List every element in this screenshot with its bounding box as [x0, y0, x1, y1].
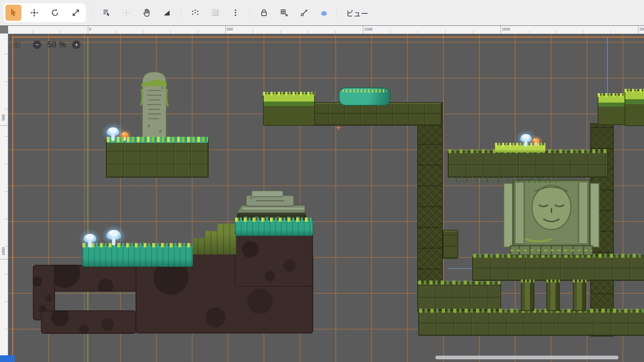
ruler-tick-h: 1000: [363, 26, 372, 34]
slope-icon: [162, 8, 171, 17]
rotate-tool-button[interactable]: [47, 5, 63, 21]
shape-icon: [320, 8, 329, 17]
ruler-horizontal[interactable]: 0500100015002000: [8, 26, 644, 34]
rotate-icon: [51, 8, 59, 17]
platform-monolith[interactable]: [106, 139, 209, 178]
pillar-2[interactable]: [546, 281, 560, 311]
origin-marker[interactable]: [336, 125, 341, 130]
select-tool-button[interactable]: [5, 5, 21, 21]
statue-bar[interactable]: [472, 255, 644, 281]
more-options-tool-button[interactable]: [227, 5, 244, 21]
right-corner-block[interactable]: [625, 90, 644, 126]
kebab-menu-icon: [231, 8, 240, 17]
teal-bush[interactable]: [339, 87, 390, 106]
pillar-3[interactable]: [573, 281, 586, 311]
ruler-vertical[interactable]: 5001000: [0, 34, 8, 362]
align-tool-button[interactable]: [98, 5, 114, 21]
toolbar-separator: [336, 6, 337, 20]
dirt-left-foot[interactable]: [41, 310, 136, 334]
snap-point-icon: [122, 8, 131, 17]
canvas[interactable]: − 50 % +: [8, 34, 644, 362]
hand-tool-button[interactable]: [139, 5, 155, 21]
pillar-1[interactable]: [521, 281, 534, 311]
ruler-tick-h: 500: [225, 26, 233, 34]
connect-icon: [300, 8, 309, 17]
snap-dots-icon: [191, 8, 200, 17]
grid-tool-button[interactable]: [207, 5, 223, 21]
grid-move-icon: [280, 8, 288, 17]
toolbar-tools: [90, 5, 332, 21]
slope-tool-button[interactable]: [159, 5, 175, 21]
horizontal-scrollbar-thumb[interactable]: [435, 356, 619, 359]
move-icon: [30, 8, 39, 17]
grid-icon: [211, 8, 220, 17]
platform-tank-grass[interactable]: [235, 220, 313, 236]
mushroom-orange-c[interactable]: [532, 138, 540, 146]
zoom-level: 50 %: [47, 40, 66, 49]
right-top-block[interactable]: [598, 95, 625, 125]
zoom-in-button[interactable]: +: [72, 41, 80, 49]
zoom-controls: − 50 % +: [33, 40, 80, 49]
corner-accent: [0, 355, 15, 362]
toolbar-separator: [92, 6, 92, 20]
ruler-tick-v: 1000: [0, 244, 8, 259]
scale-icon: [71, 8, 80, 17]
statue[interactable]: [503, 179, 600, 255]
ruler-corner: [0, 26, 8, 34]
statue-art: [503, 179, 600, 255]
mushroom-blue-b1[interactable]: [84, 234, 96, 247]
mushroom-blue-b2[interactable]: [106, 230, 121, 245]
ruler-tick-h: 0: [88, 26, 91, 34]
toolbar-separator: [181, 6, 181, 20]
mushroom-orange-a[interactable]: [121, 132, 129, 141]
grid-settings-icon[interactable]: [14, 41, 21, 48]
zoom-out-button[interactable]: −: [33, 41, 41, 49]
toolbar-separator: [250, 6, 250, 20]
ruler-tick-h: 1500: [500, 26, 510, 34]
ruler-tick-v: 500: [0, 110, 8, 126]
scale-tool-button[interactable]: [68, 5, 84, 21]
grass-strip[interactable]: [82, 245, 193, 267]
mushroom-blue-c[interactable]: [520, 134, 532, 147]
grid-move-tool-button[interactable]: [276, 5, 292, 21]
dirt-under-tank[interactable]: [235, 233, 313, 287]
snap-point-tool-button[interactable]: [118, 5, 135, 21]
platform-bottom-right[interactable]: [418, 310, 644, 336]
toolbar: ビュー: [0, 0, 644, 25]
column-side-block[interactable]: [443, 230, 458, 259]
view-menu-button[interactable]: ビュー: [341, 7, 374, 18]
shape-tool-button[interactable]: [316, 5, 332, 21]
toolbar-primary-group: [3, 3, 86, 22]
cursor-icon: [9, 8, 18, 17]
hand-icon: [142, 8, 151, 17]
lock-icon: [260, 8, 268, 17]
lock-tool-button[interactable]: [256, 5, 272, 21]
connect-tool-button[interactable]: [296, 5, 312, 21]
ruler-tick-h: 2000: [638, 26, 644, 34]
column-foot[interactable]: [417, 282, 501, 310]
align-list-icon: [102, 8, 111, 17]
platform-upper-grass-cap[interactable]: [263, 94, 315, 126]
move-tool-button[interactable]: [26, 5, 42, 21]
platform-right[interactable]: [448, 151, 608, 178]
snap-dots-tool-button[interactable]: [187, 5, 203, 21]
level-layer: [8, 34, 644, 362]
mushroom-blue-a[interactable]: [107, 127, 119, 141]
